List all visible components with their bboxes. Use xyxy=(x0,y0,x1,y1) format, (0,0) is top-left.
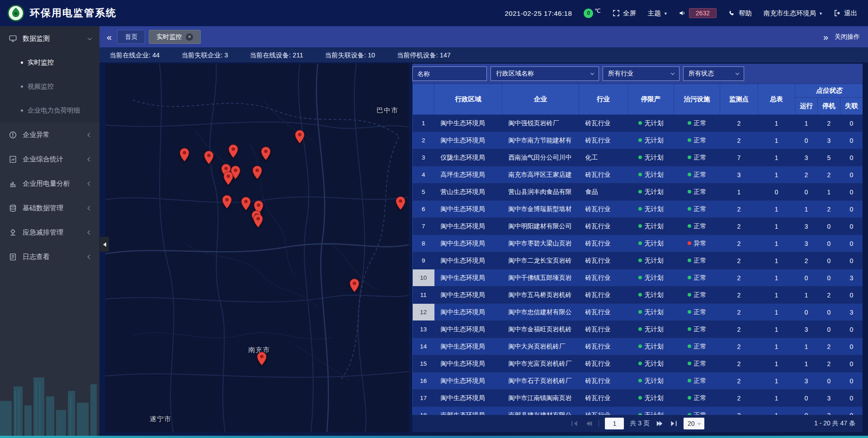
datetime: 2021-02-25 17:46:18 xyxy=(505,9,572,17)
chevron-down-icon xyxy=(88,36,92,40)
tab-1[interactable]: 实时监控× xyxy=(149,30,201,44)
name-filter-input[interactable] xyxy=(412,66,487,81)
cell-meter-count: 0 xyxy=(758,184,795,201)
organization-menu[interactable]: 南充市生态环境局 ▾ xyxy=(764,9,822,18)
industry-filter-select[interactable]: 所有行业 xyxy=(603,66,679,81)
column-header-4[interactable]: 治污设施 xyxy=(674,84,720,115)
cell-region: 阆中生态环境局 xyxy=(434,115,502,132)
column-header-6[interactable]: 总表 xyxy=(758,84,795,115)
tab-0[interactable]: 首页 xyxy=(117,30,145,44)
region-filter-select[interactable]: 行政区域名称 xyxy=(491,66,599,81)
table-row-13[interactable]: 13阆中生态环境局阆中市金福旺页岩机砖砖瓦行业无计划正常21300 xyxy=(413,321,863,338)
column-header-3[interactable]: 停限产 xyxy=(628,84,674,115)
cell-lost-count: 3 xyxy=(840,304,863,321)
table-row-1[interactable]: 1阆中生态环境局阆中强锐页岩砖厂砖瓦行业无计划正常21120 xyxy=(413,115,863,132)
map-pin-9[interactable] xyxy=(222,195,232,209)
map-pin-1[interactable] xyxy=(204,151,214,165)
cell-lost-count: 0 xyxy=(840,390,863,407)
map-pin-10[interactable] xyxy=(241,197,251,211)
cell-meter-count: 1 xyxy=(758,235,795,252)
last-page-button[interactable] xyxy=(670,419,678,428)
table-row-14[interactable]: 14阆中生态环境局阆中大兴页岩机砖厂砖瓦行业无计划正常21120 xyxy=(413,338,863,355)
map-pin-0[interactable] xyxy=(179,148,189,162)
sidebar-subitem-0-0[interactable]: 实时监控 xyxy=(0,51,99,75)
map-pin-14[interactable] xyxy=(396,196,406,210)
sidebar-item-basic-data-management[interactable]: 基础数据管理 xyxy=(0,196,99,220)
sidebar-item-power-usage-analysis[interactable]: 企业用电量分析 xyxy=(0,171,99,196)
map-pin-2[interactable] xyxy=(228,144,238,158)
cell-region: 阆中生态环境局 xyxy=(434,287,502,304)
status-dot-icon xyxy=(638,241,642,245)
table-row-11[interactable]: 11阆中生态环境局阆中市五马桥页岩机砖砖瓦行业无计划正常21120 xyxy=(413,287,863,304)
sidebar-item-log-view[interactable]: 日志查看 xyxy=(0,245,99,269)
help-button[interactable]: 帮助 xyxy=(728,9,752,18)
map-pin-13[interactable] xyxy=(253,214,263,228)
subcolumn-header-0[interactable]: 运行 xyxy=(795,98,818,115)
map-pin-15[interactable] xyxy=(349,278,359,292)
table-row-12[interactable]: 12阆中生态环境局阆中市忠信建材有限公砖瓦行业无计划正常21003 xyxy=(413,304,863,321)
column-header-5[interactable]: 监测点 xyxy=(720,84,758,115)
table-row-6[interactable]: 6阆中生态环境局阆中市金博瑞新型墙材砖瓦行业无计划正常21120 xyxy=(413,201,863,218)
logout-button[interactable]: 退出 xyxy=(834,9,857,18)
table-row-10[interactable]: 10阆中生态环境局阆中千佛镇五郎垭页岩砖瓦行业无计划正常21003 xyxy=(413,269,863,287)
status-dot-icon xyxy=(638,379,642,382)
column-header-0[interactable]: 行政区域 xyxy=(434,84,502,115)
table-row-15[interactable]: 15阆中生态环境局阆中市光富页岩机砖厂砖瓦行业无计划正常21120 xyxy=(413,355,863,372)
close-operations-button[interactable]: 关闭操作 xyxy=(835,33,860,41)
table-head: 行政区域企业行业停限产治污设施监测点总表点位状态运行停机失联 xyxy=(413,84,863,115)
tabs-scroll-right-icon[interactable]: » xyxy=(823,33,828,42)
table-row-18[interactable]: 18南部生态环境局南部县建兴建材有限公砖瓦行业无计划正常21030 xyxy=(413,407,863,415)
cell-monitor-count: 2 xyxy=(720,218,758,235)
cell-stop-count: 0 xyxy=(818,252,840,269)
page-size-select[interactable]: 20 xyxy=(684,418,704,429)
sidebar-subitem-0-2[interactable]: 企业电力负荷明细 xyxy=(0,99,99,122)
table-row-5[interactable]: 5营山生态环境局营山县润丰肉食品有限食品无计划正常10010 xyxy=(413,184,863,201)
table-row-9[interactable]: 9阆中生态环境局阆中市二龙长宝页岩砖砖瓦行业无计划正常21200 xyxy=(413,252,863,269)
map-pin-7[interactable] xyxy=(223,171,233,185)
table-row-2[interactable]: 2阆中生态环境局阆中市南方节能建材有砖瓦行业无计划正常21030 xyxy=(413,132,863,149)
prev-page-button[interactable] xyxy=(585,419,593,428)
sidebar-item-data-monitoring[interactable]: 数据监测 xyxy=(0,26,99,51)
cell-region: 阆中生态环境局 xyxy=(434,218,502,235)
map-pin-3[interactable] xyxy=(261,146,271,160)
subcolumn-header-1[interactable]: 停机 xyxy=(818,98,840,115)
page-number-input[interactable] xyxy=(605,418,624,429)
column-header-2[interactable]: 行业 xyxy=(579,84,628,115)
fullscreen-button[interactable]: 全屏 xyxy=(613,9,636,18)
tabs-scroll-left-icon[interactable]: « xyxy=(107,33,112,42)
sidebar-item-emergency-reduction[interactable]: 应急减排管理 xyxy=(0,220,99,245)
column-header-1[interactable]: 企业 xyxy=(502,84,579,115)
first-page-button[interactable] xyxy=(571,419,579,428)
table-row-8[interactable]: 8阆中生态环境局阆中市枣碧大梁山页岩砖瓦行业无计划异常21300 xyxy=(413,235,863,252)
cell-industry: 砖瓦行业 xyxy=(579,201,628,218)
notification-button[interactable]: 2632 xyxy=(679,8,717,18)
next-page-button[interactable] xyxy=(656,419,664,428)
sidebar-subitem-0-1[interactable]: 视频监控 xyxy=(0,75,99,99)
status-dot-icon xyxy=(688,327,691,331)
cell-industry: 砖瓦行业 xyxy=(579,304,628,321)
table-row-3[interactable]: 3仪陇生态环境局西南油气田分公司川中化工无计划正常71350 xyxy=(413,149,863,166)
tab-close-icon[interactable]: × xyxy=(186,33,193,41)
cell-company: 阆中市南方节能建材有 xyxy=(502,132,579,149)
map-pin-16[interactable] xyxy=(257,352,267,366)
table-row-16[interactable]: 16阆中生态环境局阆中市石子页岩机砖厂砖瓦行业无计划正常21300 xyxy=(413,372,863,390)
status-dot-icon xyxy=(638,207,642,211)
cell-run-count: 0 xyxy=(795,132,818,149)
cell-limit-status: 无计划 xyxy=(628,132,674,149)
cell-meter-count: 1 xyxy=(758,355,795,372)
map-panel[interactable]: 巴中市南充市遂宁市 xyxy=(105,64,409,432)
map-collapse-handle[interactable] xyxy=(100,237,109,252)
subcolumn-header-2[interactable]: 失联 xyxy=(840,98,863,115)
theme-menu[interactable]: 主题 ▾ xyxy=(648,9,667,18)
map-pin-4[interactable] xyxy=(295,130,305,144)
cell-stop-count: 2 xyxy=(818,201,840,218)
cell-run-count: 0 xyxy=(795,407,818,415)
map-pin-8[interactable] xyxy=(252,165,262,179)
sidebar-item-enterprise-abnormal[interactable]: 企业异常 xyxy=(0,122,99,147)
sidebar-item-enterprise-statistics[interactable]: 企业综合统计 xyxy=(0,147,99,171)
table-row-7[interactable]: 7阆中生态环境局阆中明阳建材有限公司砖瓦行业无计划正常21300 xyxy=(413,218,863,235)
table-row-4[interactable]: 4高坪生态环境局南充市高坪区王家店建砖瓦行业无计划正常31220 xyxy=(413,166,863,184)
stat-0: 当前在线企业: 44 xyxy=(109,51,160,60)
table-row-17[interactable]: 17阆中生态环境局阆中市江南镇阆南页岩砖瓦行业无计划正常21030 xyxy=(413,390,863,407)
status-filter-select[interactable]: 所有状态 xyxy=(683,66,744,81)
